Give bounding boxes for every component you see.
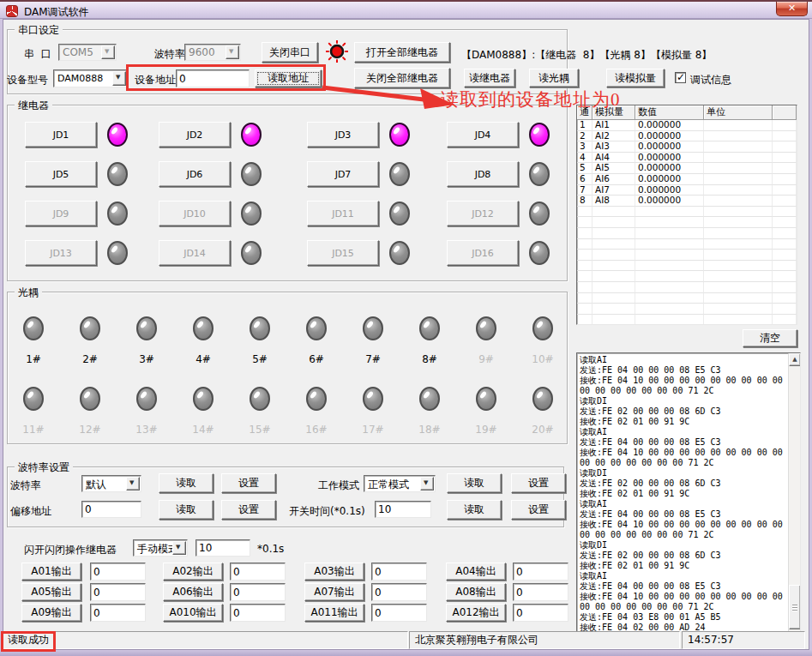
relay-button-jd13[interactable]: JD13	[25, 240, 97, 266]
ao-output-button-10[interactable]: A010输出	[163, 604, 223, 622]
table-cell: AI2	[592, 131, 635, 142]
ao-output-value-input-6[interactable]: 0	[230, 583, 286, 601]
model-select[interactable]: DAM0888	[53, 69, 128, 87]
baud-setting-select[interactable]: 默认	[81, 475, 141, 492]
relay-button-jd9[interactable]: JD9	[25, 201, 97, 226]
ao-output-button-5[interactable]: A05输出	[21, 583, 81, 601]
baud-select[interactable]: 9600	[184, 44, 241, 61]
work-mode-read-button[interactable]: 读取	[447, 473, 502, 493]
relay-button-jd8[interactable]: JD8	[447, 161, 519, 187]
ao-output-value-input-10[interactable]: 0	[230, 604, 286, 622]
chevron-down-icon[interactable]	[172, 541, 186, 555]
ao-output-value-input-12[interactable]: 0	[513, 604, 568, 622]
read-analog-button[interactable]: 读模拟量	[606, 69, 665, 87]
open-all-relays-button[interactable]: 打开全部继电器	[354, 42, 450, 63]
relay-button-jd14[interactable]: JD14	[159, 240, 231, 266]
analog-table-header: 通模拟量数值单位	[577, 105, 797, 120]
table-cell: 7	[577, 185, 592, 196]
close-serial-button[interactable]: 关闭串口	[262, 42, 318, 63]
chevron-down-icon[interactable]	[226, 45, 239, 59]
debug-info-checkbox[interactable]	[675, 72, 686, 83]
relay-button-jd15[interactable]: JD15	[307, 240, 379, 266]
chevron-down-icon[interactable]	[112, 71, 126, 86]
relay-button-jd7[interactable]: JD7	[307, 161, 379, 187]
table-cell: 2	[577, 131, 592, 142]
baud-read-button[interactable]: 读取	[159, 473, 214, 493]
port-select[interactable]: COM5	[58, 44, 117, 61]
debug-log-panel[interactable]: 读取AI 发送:FE 04 00 00 00 08 E5 C3 接收:FE 04…	[576, 352, 801, 632]
work-mode-set-button[interactable]: 设置	[511, 473, 566, 493]
ao-output-button-4[interactable]: A04输出	[446, 563, 506, 581]
title-bar[interactable]: DAM调试软件 ✕	[0, 0, 812, 19]
clear-log-button[interactable]: 清空	[743, 329, 797, 347]
opto-indicator-20	[532, 387, 553, 411]
ao-output-button-12[interactable]: A012输出	[446, 604, 506, 622]
ao-output-button-2[interactable]: A02输出	[163, 563, 223, 581]
switch-time-set-button[interactable]: 设置	[511, 500, 566, 520]
ao-output-button-3[interactable]: A03输出	[304, 563, 364, 581]
close-button[interactable]: ✕	[776, 2, 808, 16]
opto-label-8: 8#	[412, 353, 447, 365]
offset-read-button[interactable]: 读取	[159, 500, 214, 520]
relay-button-jd4[interactable]: JD4	[447, 122, 519, 147]
read-address-button[interactable]: 读取地址	[255, 69, 322, 87]
chevron-down-icon[interactable]	[101, 45, 115, 59]
table-row[interactable]: 2AI20.000000	[577, 131, 797, 142]
chevron-down-icon[interactable]	[126, 477, 140, 490]
log-scrollbar[interactable]	[788, 353, 800, 631]
table-cell	[577, 293, 592, 304]
ao-output-button-8[interactable]: A08输出	[446, 583, 506, 601]
table-row[interactable]: 6AI60.000000	[577, 174, 797, 185]
ao-output-button-6[interactable]: A06输出	[163, 583, 223, 601]
ao-output-value-input-5[interactable]: 0	[90, 583, 146, 601]
ao-output-value-input-9[interactable]: 0	[90, 604, 146, 622]
table-row[interactable]: 4AI40.000000	[577, 153, 797, 164]
ao-output-button-7[interactable]: A07输出	[304, 583, 364, 601]
flash-mode-select[interactable]: 手动模式	[133, 539, 188, 557]
offset-address-input[interactable]: 0	[81, 501, 141, 518]
scroll-up-icon[interactable]	[789, 353, 801, 366]
table-row[interactable]: 8AI80.000000	[577, 196, 797, 207]
ao-output-value-input-3[interactable]: 0	[371, 563, 427, 581]
opto-label-2: 2#	[73, 353, 107, 365]
relay-button-jd3[interactable]: JD3	[307, 122, 379, 147]
relay-button-jd16[interactable]: JD16	[447, 240, 519, 266]
ao-output-value-input-8[interactable]: 0	[513, 583, 568, 601]
relay-button-jd10[interactable]: JD10	[159, 201, 231, 226]
ao-output-value-input-4[interactable]: 0	[513, 563, 568, 581]
table-row[interactable]: 1AI10.000000	[577, 120, 797, 131]
close-all-relays-button[interactable]: 关闭全部继电器	[354, 68, 450, 88]
ao-output-value-input-2[interactable]: 0	[230, 563, 286, 581]
table-row[interactable]: 5AI50.000000	[577, 163, 797, 174]
ao-output-button-11[interactable]: A011输出	[304, 604, 364, 622]
table-cell	[704, 185, 773, 196]
flash-time-input[interactable]: 10	[195, 539, 250, 557]
table-row[interactable]: 7AI70.000000	[577, 185, 797, 196]
relay-button-jd6[interactable]: JD6	[159, 161, 231, 187]
ao-output-button-9[interactable]: A09输出	[21, 604, 81, 622]
ao-output-value-input-1[interactable]: 0	[90, 563, 146, 581]
switch-time-input[interactable]: 10	[375, 501, 431, 518]
offset-set-button[interactable]: 设置	[221, 500, 276, 520]
table-cell	[635, 207, 704, 218]
relay-button-jd1[interactable]: JD1	[25, 122, 97, 147]
chevron-down-icon[interactable]	[420, 477, 434, 490]
switch-time-read-button[interactable]: 读取	[447, 500, 502, 520]
table-row[interactable]: 3AI30.000000	[577, 141, 797, 153]
ao-output-value-input-7[interactable]: 0	[371, 583, 427, 601]
relay-button-jd2[interactable]: JD2	[159, 122, 231, 147]
relay-button-jd12[interactable]: JD12	[447, 201, 519, 226]
ao-output-value-input-11[interactable]: 0	[371, 604, 427, 622]
scrollbar-thumb[interactable]	[789, 585, 801, 629]
work-mode-select[interactable]: 正常模式	[364, 475, 436, 492]
read-relay-button[interactable]: 读继电器	[464, 69, 515, 87]
device-address-input[interactable]: 0	[176, 69, 250, 87]
analog-table[interactable]: 通模拟量数值单位 1AI10.0000002AI20.0000003AI30.0…	[576, 105, 797, 325]
baud-set-button[interactable]: 设置	[221, 473, 276, 493]
ao-output-button-1[interactable]: A01输出	[21, 563, 81, 581]
table-row	[577, 207, 797, 218]
relay-button-jd5[interactable]: JD5	[25, 161, 97, 187]
relay-button-jd11[interactable]: JD11	[307, 201, 379, 226]
read-opto-button[interactable]: 读光耦	[529, 69, 579, 87]
table-cell	[635, 239, 704, 250]
